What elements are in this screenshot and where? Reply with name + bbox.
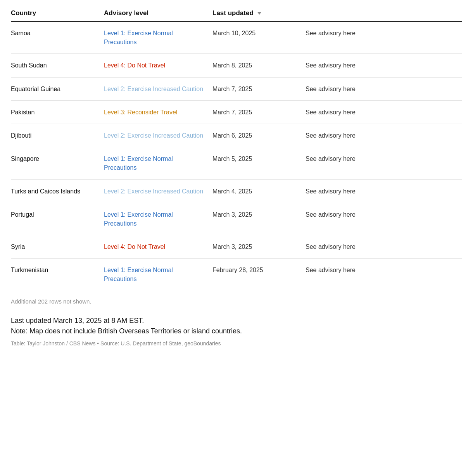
cell-country: Singapore: [11, 154, 104, 163]
cell-country: Syria: [11, 242, 104, 251]
cell-advisory[interactable]: Level 1: Exercise Normal Precautions: [104, 29, 212, 47]
table-row: SingaporeLevel 1: Exercise Normal Precau…: [11, 147, 462, 179]
cell-country: Samoa: [11, 29, 104, 38]
cell-date: March 3, 2025: [212, 242, 306, 251]
table-row: Equatorial GuineaLevel 2: Exercise Incre…: [11, 78, 462, 101]
advisory-table: Country Advisory level Last updated Samo…: [11, 9, 462, 305]
cell-see-advisory[interactable]: See advisory here: [306, 29, 462, 38]
cell-advisory[interactable]: Level 2: Exercise Increased Caution: [104, 187, 212, 196]
cell-see-advisory[interactable]: See advisory here: [306, 242, 462, 251]
advisory-link[interactable]: Level 2: Exercise Increased Caution: [104, 188, 203, 195]
cell-see-advisory[interactable]: See advisory here: [306, 154, 462, 163]
cell-date: March 10, 2025: [212, 29, 306, 38]
cell-country: Turks and Caicos Islands: [11, 187, 104, 196]
table-row: SyriaLevel 4: Do Not TravelMarch 3, 2025…: [11, 235, 462, 259]
cell-see-advisory[interactable]: See advisory here: [306, 187, 462, 196]
column-header-link: [306, 9, 462, 17]
advisory-link[interactable]: Level 2: Exercise Increased Caution: [104, 132, 203, 139]
table-row: TurkmenistanLevel 1: Exercise Normal Pre…: [11, 259, 462, 291]
see-advisory-link[interactable]: See advisory here: [306, 86, 356, 92]
sort-descending-icon[interactable]: [257, 12, 261, 15]
cell-see-advisory[interactable]: See advisory here: [306, 210, 462, 219]
cell-advisory[interactable]: Level 1: Exercise Normal Precautions: [104, 210, 212, 228]
table-row: PortugalLevel 1: Exercise Normal Precaut…: [11, 203, 462, 235]
cell-advisory[interactable]: Level 2: Exercise Increased Caution: [104, 131, 212, 140]
cell-advisory[interactable]: Level 1: Exercise Normal Precautions: [104, 154, 212, 172]
advisory-link[interactable]: Level 1: Exercise Normal Precautions: [104, 155, 173, 171]
table-row: DjiboutiLevel 2: Exercise Increased Caut…: [11, 124, 462, 147]
cell-country: Pakistan: [11, 108, 104, 117]
see-advisory-link[interactable]: See advisory here: [306, 211, 356, 218]
advisory-link[interactable]: Level 3: Reconsider Travel: [104, 109, 177, 116]
see-advisory-link[interactable]: See advisory here: [306, 62, 356, 69]
footer-notes: Last updated March 13, 2025 at 8 AM EST.…: [11, 316, 462, 347]
footer-last-updated: Last updated March 13, 2025 at 8 AM EST.…: [11, 316, 462, 336]
advisory-link[interactable]: Level 1: Exercise Normal Precautions: [104, 211, 173, 227]
see-advisory-link[interactable]: See advisory here: [306, 243, 356, 250]
column-header-advisory: Advisory level: [104, 9, 212, 17]
table-row: South SudanLevel 4: Do Not TravelMarch 8…: [11, 54, 462, 77]
advisory-link[interactable]: Level 1: Exercise Normal Precautions: [104, 30, 173, 45]
table-header: Country Advisory level Last updated: [11, 9, 462, 22]
cell-advisory[interactable]: Level 3: Reconsider Travel: [104, 108, 212, 117]
cell-advisory[interactable]: Level 4: Do Not Travel: [104, 242, 212, 251]
see-advisory-link[interactable]: See advisory here: [306, 188, 356, 195]
cell-date: March 7, 2025: [212, 85, 306, 93]
cell-country: Equatorial Guinea: [11, 85, 104, 93]
cell-date: February 28, 2025: [212, 266, 306, 274]
cell-advisory[interactable]: Level 2: Exercise Increased Caution: [104, 85, 212, 93]
cell-date: March 7, 2025: [212, 108, 306, 117]
see-advisory-link[interactable]: See advisory here: [306, 267, 356, 273]
cell-date: March 6, 2025: [212, 131, 306, 140]
table-row: PakistanLevel 3: Reconsider TravelMarch …: [11, 101, 462, 124]
cell-date: March 5, 2025: [212, 154, 306, 163]
footer-attribution: Table: Taylor Johnston / CBS News • Sour…: [11, 340, 462, 347]
cell-country: South Sudan: [11, 61, 104, 70]
see-advisory-link[interactable]: See advisory here: [306, 155, 356, 162]
cell-country: Turkmenistan: [11, 266, 104, 274]
cell-country: Portugal: [11, 210, 104, 219]
cell-see-advisory[interactable]: See advisory here: [306, 131, 462, 140]
advisory-link[interactable]: Level 1: Exercise Normal Precautions: [104, 267, 173, 282]
cell-see-advisory[interactable]: See advisory here: [306, 85, 462, 93]
column-header-last-updated[interactable]: Last updated: [212, 9, 306, 17]
table-row: SamoaLevel 1: Exercise Normal Precaution…: [11, 22, 462, 54]
see-advisory-link[interactable]: See advisory here: [306, 30, 356, 36]
advisory-link[interactable]: Level 4: Do Not Travel: [104, 243, 165, 250]
see-advisory-link[interactable]: See advisory here: [306, 109, 356, 116]
column-header-country: Country: [11, 9, 104, 17]
advisory-link[interactable]: Level 2: Exercise Increased Caution: [104, 86, 203, 92]
cell-see-advisory[interactable]: See advisory here: [306, 266, 462, 274]
table-row: Turks and Caicos IslandsLevel 2: Exercis…: [11, 180, 462, 203]
cell-date: March 3, 2025: [212, 210, 306, 219]
cell-see-advisory[interactable]: See advisory here: [306, 61, 462, 70]
cell-country: Djibouti: [11, 131, 104, 140]
advisory-link[interactable]: Level 4: Do Not Travel: [104, 62, 165, 69]
additional-rows-note: Additional 202 rows not shown.: [11, 298, 462, 305]
cell-advisory[interactable]: Level 4: Do Not Travel: [104, 61, 212, 70]
cell-see-advisory[interactable]: See advisory here: [306, 108, 462, 117]
cell-advisory[interactable]: Level 1: Exercise Normal Precautions: [104, 266, 212, 283]
table-body: SamoaLevel 1: Exercise Normal Precaution…: [11, 22, 462, 291]
cell-date: March 4, 2025: [212, 187, 306, 196]
see-advisory-link[interactable]: See advisory here: [306, 132, 356, 139]
cell-date: March 8, 2025: [212, 61, 306, 70]
